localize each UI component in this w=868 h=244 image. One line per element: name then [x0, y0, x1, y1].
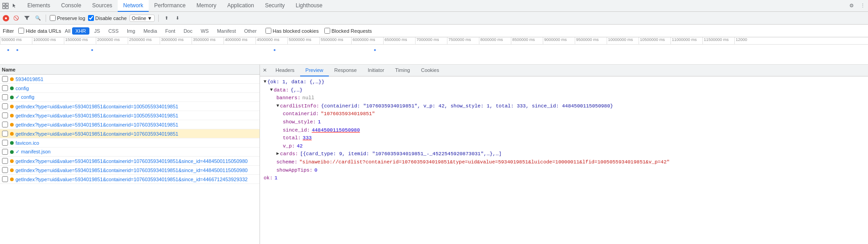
json-vp: v_p: 42: [264, 142, 864, 151]
status-dot: [10, 168, 14, 172]
preserve-log-checkbox[interactable]: [50, 15, 56, 21]
tab-network[interactable]: Network: [118, 0, 149, 12]
filter-tag-doc[interactable]: Doc: [180, 27, 196, 35]
request-item-checkbox[interactable]: [2, 140, 8, 146]
json-preview: ▼ {ok: 1, data: {,…}} ▼ data: {,…} banne…: [260, 76, 868, 244]
timeline-ruler: 500000 ms1000000 ms1500000 ms2000000 ms2…: [0, 37, 868, 45]
request-item-checkbox[interactable]: [2, 94, 8, 100]
preserve-log-label[interactable]: Preserve log: [50, 15, 85, 21]
json-cards-key: cards:: [280, 150, 298, 158]
disable-cache-label[interactable]: Disable cache: [88, 15, 127, 21]
filter-label: Filter: [3, 28, 14, 34]
tab-response[interactable]: Response: [329, 65, 363, 76]
filter-tag-font[interactable]: Font: [162, 27, 178, 35]
tab-initiator[interactable]: Initiator: [362, 65, 390, 76]
filter-tag-js[interactable]: JS: [91, 27, 104, 35]
request-item-checkbox[interactable]: [2, 122, 8, 127]
request-name: getIndex?type=uid&value=5934019851&conta…: [16, 122, 258, 127]
request-item[interactable]: getIndex?type=uid&value=5934019851&conta…: [0, 175, 260, 184]
record-button[interactable]: ●: [3, 15, 9, 21]
inspect-icon[interactable]: [2, 2, 9, 10]
tab-elements[interactable]: Elements: [22, 0, 56, 12]
json-banners-value: null: [302, 94, 314, 102]
request-name: getIndex?type=uid&value=5934019851&conta…: [16, 158, 258, 164]
search-icon[interactable]: 🔍: [34, 14, 42, 22]
status-dot: [10, 86, 14, 90]
tab-headers[interactable]: Headers: [270, 65, 300, 76]
filter-tag-other[interactable]: Other: [241, 27, 260, 35]
svg-rect-1: [6, 3, 8, 5]
hide-data-urls-checkbox[interactable]: [18, 28, 24, 34]
json-data: ▼ data: {,…}: [264, 86, 864, 95]
request-item[interactable]: favicon.ico: [0, 138, 260, 147]
request-item[interactable]: ✓ config: [0, 93, 260, 102]
tab-memory[interactable]: Memory: [191, 0, 222, 12]
tab-console[interactable]: Console: [56, 0, 87, 12]
filter-tag-media[interactable]: Media: [140, 27, 160, 35]
svg-rect-3: [6, 6, 8, 9]
tab-application[interactable]: Application: [222, 0, 260, 12]
request-item-checkbox[interactable]: [2, 131, 8, 137]
request-item[interactable]: 5934019851: [0, 75, 260, 84]
filter-icon[interactable]: [23, 14, 31, 22]
request-item-checkbox[interactable]: [2, 112, 8, 118]
request-item[interactable]: getIndex?type=uid&value=5934019851&conta…: [0, 102, 260, 111]
request-item[interactable]: getIndex?type=uid&value=5934019851&conta…: [0, 157, 260, 166]
settings-icon[interactable]: ⚙: [848, 2, 855, 10]
filter-tag-manifest[interactable]: Manifest: [214, 27, 239, 35]
import-icon[interactable]: ⬆: [162, 14, 171, 22]
close-preview-button[interactable]: ✕: [261, 67, 268, 74]
chevron-down-icon: ▼: [147, 15, 152, 21]
filter-tag-ws[interactable]: WS: [198, 27, 212, 35]
settings-area: ⚙ ⋮: [848, 2, 866, 10]
throttle-dropdown[interactable]: Online ▼: [130, 15, 155, 22]
pointer-icon[interactable]: [11, 2, 18, 10]
request-item-checkbox[interactable]: [2, 167, 8, 173]
filter-tag-xhr[interactable]: XHR: [72, 27, 89, 35]
tab-preview[interactable]: Preview: [300, 65, 329, 76]
toggle-cards[interactable]: ▶: [276, 150, 279, 158]
json-ok-value: 1: [275, 174, 278, 183]
request-item[interactable]: getIndex?type=uid&value=5934019851&conta…: [0, 166, 260, 175]
tab-timing[interactable]: Timing: [390, 65, 416, 76]
request-item[interactable]: ✓ manifest.json: [0, 147, 260, 157]
hide-data-urls-label[interactable]: Hide data URLs: [18, 28, 61, 34]
tab-security[interactable]: Security: [260, 0, 290, 12]
tab-lighthouse[interactable]: Lighthouse: [290, 0, 328, 12]
json-show-style: show_style: 1: [264, 118, 864, 127]
json-cards: ▶ cards: [{card_type: 9, itemid: "107603…: [264, 150, 864, 158]
has-blocked-cookies-checkbox[interactable]: [265, 28, 271, 34]
tab-sources[interactable]: Sources: [87, 0, 118, 12]
blocked-requests-checkbox[interactable]: [324, 28, 330, 34]
toggle-root[interactable]: ▼: [264, 78, 266, 86]
disable-cache-checkbox[interactable]: [88, 15, 94, 21]
export-icon[interactable]: ⬇: [173, 14, 182, 22]
request-item-checkbox[interactable]: [2, 85, 8, 91]
json-cardlistInfo: ▼ cardlistInfo: {containerid: "107603593…: [264, 102, 864, 111]
has-blocked-cookies-label[interactable]: Has blocked cookies: [265, 28, 319, 34]
request-item-checkbox[interactable]: [2, 103, 8, 109]
request-items-container[interactable]: 5934019851config✓ configgetIndex?type=ui…: [0, 75, 260, 244]
request-list-header: Name: [0, 65, 260, 75]
request-name: getIndex?type=uid&value=5934019851&conta…: [16, 113, 258, 118]
more-icon[interactable]: ⋮: [859, 2, 866, 10]
blocked-requests-label[interactable]: Blocked Requests: [324, 28, 372, 34]
toggle-data[interactable]: ▼: [270, 86, 273, 94]
clear-button[interactable]: 🚫: [12, 14, 20, 22]
request-item[interactable]: config: [0, 84, 260, 93]
tab-cookies[interactable]: Cookies: [416, 65, 445, 76]
tab-performance[interactable]: Performance: [149, 0, 191, 12]
request-item[interactable]: getIndex?type=uid&value=5934019851&conta…: [0, 129, 260, 138]
request-item-checkbox[interactable]: [2, 176, 8, 182]
filter-tag-img[interactable]: Img: [124, 27, 138, 35]
all-tag[interactable]: All: [65, 28, 70, 34]
json-scheme-key: scheme:: [276, 158, 297, 167]
filter-tag-css[interactable]: CSS: [105, 27, 122, 35]
request-item-checkbox[interactable]: [2, 76, 8, 82]
request-item-checkbox[interactable]: [2, 158, 8, 164]
toggle-cardlistInfo[interactable]: ▼: [276, 102, 279, 110]
status-dot: [10, 159, 14, 163]
request-item[interactable]: getIndex?type=uid&value=5934019851&conta…: [0, 111, 260, 120]
request-item-checkbox[interactable]: [2, 149, 8, 155]
request-item[interactable]: getIndex?type=uid&value=5934019851&conta…: [0, 120, 260, 129]
